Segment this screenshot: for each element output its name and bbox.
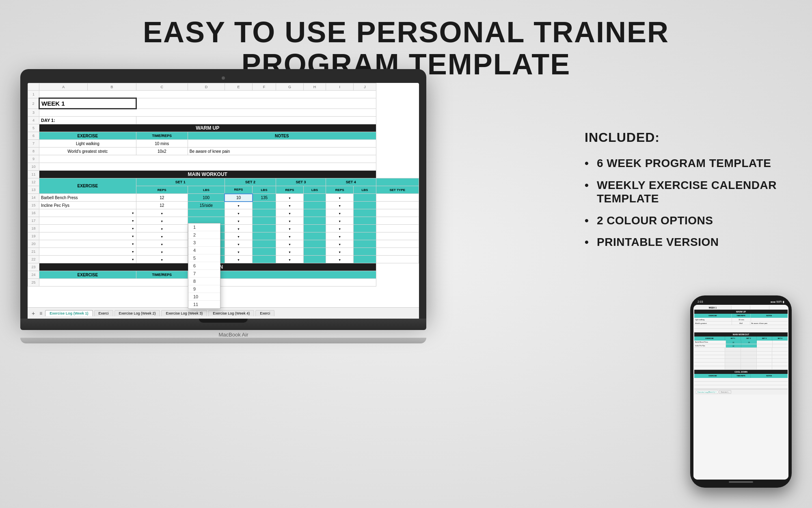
list-sheets-button[interactable]: ≡ bbox=[38, 310, 44, 316]
phone-ex-row1: Light walking 10 mins bbox=[694, 318, 788, 321]
reps-header-1: REPS bbox=[136, 186, 188, 194]
row-23-cool-down: 23 COOL DOWN bbox=[28, 263, 419, 271]
row-19: 19▼▼▼▼▼ bbox=[28, 232, 419, 240]
phone-home-indicator[interactable] bbox=[729, 481, 753, 483]
bench-s3-reps: ▼ bbox=[276, 194, 303, 202]
phone-main-header: MAIN WORKOUT bbox=[694, 332, 788, 336]
row-6-ex-headers: 6 EXERCISE TIME/REPS NOTES bbox=[28, 132, 419, 140]
reps-dropdown[interactable]: 1 2 3 4 5 6 7 8 9 10 11 bbox=[188, 223, 220, 309]
spreadsheet-content: A B C D E F G H I J 1 bbox=[28, 83, 419, 306]
row-2-week1: 2 WEEK 1 bbox=[28, 98, 419, 109]
phone-incline-row: Incline Pec Flys 12 bbox=[694, 344, 788, 348]
laptop-notch bbox=[199, 319, 248, 323]
exercise-bench-name: Barbell Bench Press bbox=[39, 194, 136, 202]
phone-time: 2:03 bbox=[698, 300, 703, 304]
reps-header-3: REPS bbox=[276, 186, 303, 194]
exercise-2-reps: 10x2 bbox=[136, 148, 188, 155]
set1-label: SET 1 bbox=[136, 178, 225, 186]
phone-frame: 2:03 ●●● WiFi ▮ WEEK 1 WARM UP EXERCISE … bbox=[690, 295, 792, 488]
row-7-exercise1: 7 Light walking 10 mins bbox=[28, 140, 419, 148]
laptop-foot bbox=[20, 338, 426, 343]
row-14-bench-press: 14 Barbell Bench Press 12 100 10 135 ▼ ▼ bbox=[28, 194, 419, 202]
lbs-header-1: LBS bbox=[188, 186, 225, 194]
phone-warmup-header: WARM UP bbox=[694, 310, 788, 314]
row-4-day1: 4 DAY 1: bbox=[28, 117, 419, 124]
phone-bench-row: Barbell Bench Press 12 10 bbox=[694, 341, 788, 344]
bench-s2-lbs: 135 bbox=[253, 194, 276, 202]
row-5-warmup: 5 WARM UP bbox=[28, 124, 419, 132]
phone-cd-header: EXERCISE TIME/REPS NOTES bbox=[694, 374, 788, 378]
row-12-set-headers: 12 EXERCISE SET 1 SET 2 SET 3 SET 4 bbox=[28, 178, 419, 186]
exercise-1-reps: 10 mins bbox=[136, 140, 188, 148]
exercise-incline-name: Incline Pec Flys bbox=[39, 202, 136, 209]
phone-set-header: EXERCISE SET 1 SET 2 SET 3 SET 4 bbox=[694, 336, 788, 341]
row-1: 1 bbox=[28, 91, 419, 98]
phone-ex-header: EXERCISE TIME/REPS NOTES bbox=[694, 314, 788, 318]
row-24-cd-headers: 24 EXERCISE TIME/REPS TES bbox=[28, 271, 419, 279]
laptop-camera bbox=[222, 76, 225, 80]
bench-s1-lbs: 100 bbox=[188, 194, 225, 202]
row-25: 25 bbox=[28, 279, 419, 287]
included-label: INCLUDED: bbox=[585, 130, 780, 145]
tab-week3[interactable]: Exercise Log (Week 3) bbox=[161, 310, 207, 316]
week-label: WEEK 1 bbox=[39, 98, 136, 109]
tab-exercise6[interactable]: Exerci bbox=[255, 310, 274, 316]
bench-s4-reps: ▼ bbox=[326, 194, 354, 202]
list-item-2: WEEKLY EXERCISE CALENDAR TEMPLATE bbox=[585, 174, 780, 210]
incline-s1-reps: 12 bbox=[136, 202, 188, 209]
included-list: 6 WEEK PROGRAM TEMPLATE WEEKLY EXERCISE … bbox=[585, 152, 780, 253]
phone-tabs: Exercise Log (Week 1) ▼ Exercise L... bbox=[694, 389, 788, 395]
row-21: 21▼▼▼▼▼ bbox=[28, 248, 419, 256]
tab-week4[interactable]: Exercise Log (Week 4) bbox=[208, 310, 254, 316]
phone-screen-content: WEEK 1 WARM UP EXERCISE TIME/REPS NOTES … bbox=[693, 305, 788, 480]
row-10: 10 bbox=[28, 163, 419, 171]
laptop-device: A B C D E F G H I J 1 bbox=[20, 69, 447, 343]
exercise-header-2: EXERCISE bbox=[39, 178, 136, 194]
bench-s2-reps[interactable]: 10 bbox=[225, 194, 252, 202]
row-8-exercise2: 8 World's greatest stretc 10x2 Be aware … bbox=[28, 148, 419, 155]
included-section: INCLUDED: 6 WEEK PROGRAM TEMPLATE WEEKLY… bbox=[585, 130, 780, 253]
bench-s1-reps: 12 bbox=[136, 194, 188, 202]
reps-header-2: REPS bbox=[225, 186, 252, 194]
phone-device: 2:03 ●●● WiFi ▮ WEEK 1 WARM UP EXERCISE … bbox=[686, 295, 800, 488]
list-item-1: 6 WEEK PROGRAM TEMPLATE bbox=[585, 152, 780, 174]
laptop-frame: A B C D E F G H I J 1 bbox=[20, 69, 426, 319]
phone-ex-row2: World's greatest 10x2 Be aware of knee p… bbox=[694, 321, 788, 325]
tab-week2[interactable]: Exercise Log (Week 2) bbox=[114, 310, 160, 316]
laptop-base bbox=[20, 319, 426, 330]
tab-week1[interactable]: Exercise Log (Week 1) bbox=[45, 310, 93, 316]
row-3: 3 bbox=[28, 109, 419, 117]
spreadsheet-tabs: + ≡ Exercise Log (Week 1) Exerci Exercis… bbox=[28, 307, 419, 319]
row-18: 18▼▼▼▼▼ bbox=[28, 225, 419, 232]
row-17: 17▼▼▼▼▼ bbox=[28, 217, 419, 225]
reps-header-4: REPS bbox=[326, 186, 354, 194]
row-9: 9 bbox=[28, 155, 419, 163]
spreadsheet-table: A B C D E F G H I J 1 bbox=[28, 83, 419, 287]
lbs-header-4: LBS bbox=[354, 186, 376, 194]
laptop-screen: A B C D E F G H I J 1 bbox=[28, 83, 419, 319]
list-item-3: 2 COLOUR OPTIONS bbox=[585, 210, 780, 232]
phone-screen: WEEK 1 WARM UP EXERCISE TIME/REPS NOTES … bbox=[693, 305, 788, 480]
add-sheet-button[interactable]: + bbox=[30, 310, 37, 317]
phone-cooldown-header: COOL DOWN bbox=[694, 370, 788, 374]
laptop-brand-label: MacBook Air bbox=[20, 332, 447, 338]
exercise-2-name: World's greatest stretc bbox=[39, 148, 136, 155]
row-20: 20▼▼▼▼▼ bbox=[28, 240, 419, 248]
exercise-2-notes: Be aware of knee pain bbox=[188, 148, 376, 155]
set2-label: SET 2 bbox=[225, 178, 276, 186]
col-header-row: A B C D E F G H I J bbox=[28, 83, 419, 91]
tab-exercise2[interactable]: Exerci bbox=[94, 310, 113, 316]
row-22: 22▼▼▼▼▼ bbox=[28, 256, 419, 263]
set4-label: SET 4 bbox=[326, 178, 376, 186]
list-item-4: PRINTABLE VERSION bbox=[585, 231, 780, 253]
lbs-header-2: LBS bbox=[253, 186, 276, 194]
exercise-1-name: Light walking bbox=[39, 140, 136, 148]
lbs-header-3: LBS bbox=[303, 186, 326, 194]
row-11-main-workout: 11 MAIN WORKOUT bbox=[28, 171, 419, 178]
exercise-header: EXERCISE bbox=[39, 132, 136, 140]
phone-status-bar: 2:03 ●●● WiFi ▮ bbox=[693, 300, 788, 305]
warm-up-label: WARM UP bbox=[39, 124, 376, 132]
phone-signal: ●●● WiFi ▮ bbox=[770, 300, 784, 304]
cd-exercise-header: EXERCISE bbox=[39, 271, 136, 279]
incline-s1-lbs: 15/side bbox=[188, 202, 225, 209]
